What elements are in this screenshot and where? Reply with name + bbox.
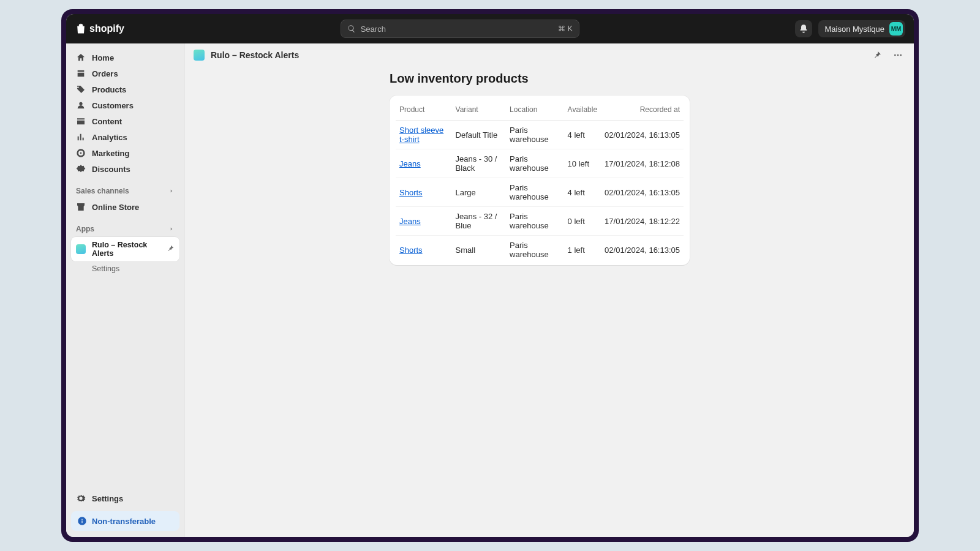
search-shortcut: ⌘ K <box>558 24 572 33</box>
low-inventory-card: Product Variant Location Available Recor… <box>390 96 690 265</box>
sidebar-item-label: Customers <box>92 101 134 110</box>
table-row: ShortsLargeParis warehouse4 left02/01/20… <box>396 178 684 207</box>
sidebar-item-marketing[interactable]: Marketing <box>71 145 179 161</box>
cell-location: Paris warehouse <box>506 121 564 149</box>
cell-recorded: 02/01/2024, 16:13:05 <box>601 178 684 207</box>
sales-channels-header[interactable]: Sales channels <box>71 183 179 199</box>
more-horizontal-icon <box>893 50 903 60</box>
store-menu[interactable]: Maison Mystique MM <box>818 20 905 37</box>
search-icon <box>347 24 356 33</box>
sidebar-item-home[interactable]: Home <box>71 50 179 66</box>
pin-page-button[interactable] <box>870 48 884 62</box>
sidebar-item-label: Orders <box>92 69 118 78</box>
col-product: Product <box>396 99 452 121</box>
breadcrumb: Rulo – Restock Alerts <box>211 50 299 60</box>
more-actions-button[interactable] <box>891 48 905 62</box>
content-icon <box>76 116 86 126</box>
app-label: Rulo – Restock Alerts <box>92 241 160 258</box>
cell-variant: Jeans - 30 / Black <box>452 149 507 178</box>
topbar: shopify Search ⌘ K Maison Mystique MM <box>66 14 914 43</box>
cell-recorded: 17/01/2024, 18:12:22 <box>601 207 684 236</box>
low-inventory-table: Product Variant Location Available Recor… <box>396 99 684 264</box>
sidebar-item-label: Settings <box>92 264 119 273</box>
store-icon <box>76 202 86 212</box>
product-link[interactable]: Short sleeve t-shirt <box>399 126 443 144</box>
product-link[interactable]: Shorts <box>399 188 423 197</box>
bell-icon <box>799 24 809 34</box>
section-label: Sales channels <box>76 187 129 195</box>
cell-recorded: 02/01/2024, 16:13:05 <box>601 121 684 149</box>
sidebar-app-rulo[interactable]: Rulo – Restock Alerts <box>71 237 179 261</box>
sidebar-item-analytics[interactable]: Analytics <box>71 129 179 145</box>
home-icon <box>76 53 86 62</box>
sidebar-app-settings[interactable]: Settings <box>71 261 179 276</box>
table-row: JeansJeans - 32 / BlueParis warehouse0 l… <box>396 207 684 236</box>
sidebar-item-label: Settings <box>92 494 123 503</box>
table-row: ShortsSmallParis warehouse1 left02/01/20… <box>396 236 684 264</box>
sidebar-item-label: Home <box>92 53 114 62</box>
search-placeholder: Search <box>361 24 554 34</box>
cell-available: 4 left <box>564 178 601 207</box>
sidebar-item-label: Content <box>92 117 122 126</box>
apps-header[interactable]: Apps <box>71 221 179 237</box>
gear-icon <box>76 493 86 503</box>
table-row: JeansJeans - 30 / BlackParis warehouse10… <box>396 149 684 178</box>
sidebar-item-label: Products <box>92 85 126 94</box>
col-available: Available <box>564 99 601 121</box>
store-name: Maison Mystique <box>824 24 884 34</box>
app-icon <box>76 244 86 254</box>
analytics-icon <box>76 132 86 142</box>
sidebar-item-settings[interactable]: Settings <box>71 490 179 506</box>
sidebar-item-label: Online Store <box>92 203 139 212</box>
svg-point-2 <box>900 54 902 56</box>
brand-logo[interactable]: shopify <box>75 22 124 36</box>
table-row: Short sleeve t-shirtDefault TitleParis w… <box>396 121 684 149</box>
cell-location: Paris warehouse <box>506 149 564 178</box>
cell-location: Paris warehouse <box>506 207 564 236</box>
chevron-right-icon <box>168 188 175 194</box>
sidebar-item-label: Discounts <box>92 165 130 174</box>
col-variant: Variant <box>452 99 507 121</box>
section-label: Apps <box>76 225 94 233</box>
sidebar-item-label: Analytics <box>92 133 127 142</box>
svg-point-0 <box>894 54 896 56</box>
col-location: Location <box>506 99 564 121</box>
cell-location: Paris warehouse <box>506 178 564 207</box>
sidebar: Home Orders Products Customers Content <box>66 43 185 537</box>
sidebar-item-customers[interactable]: Customers <box>71 97 179 113</box>
sidebar-item-discounts[interactable]: Discounts <box>71 161 179 177</box>
discount-icon <box>76 164 86 174</box>
page-header: Rulo – Restock Alerts <box>185 46 914 64</box>
sidebar-item-content[interactable]: Content <box>71 113 179 129</box>
brand-name: shopify <box>89 23 124 34</box>
non-transferable-label: Non-transferable <box>92 517 156 526</box>
cell-recorded: 02/01/2024, 16:13:05 <box>601 236 684 264</box>
notifications-button[interactable] <box>795 20 812 37</box>
app-icon <box>194 50 205 61</box>
cell-variant: Large <box>452 178 507 207</box>
sidebar-item-products[interactable]: Products <box>71 81 179 97</box>
search-input[interactable]: Search ⌘ K <box>341 20 579 38</box>
pin-icon <box>872 50 882 60</box>
product-link[interactable]: Shorts <box>399 246 423 255</box>
tag-icon <box>76 84 86 94</box>
person-icon <box>76 100 86 110</box>
info-icon <box>77 516 87 526</box>
non-transferable-banner[interactable]: Non-transferable <box>71 511 179 531</box>
sidebar-item-orders[interactable]: Orders <box>71 66 179 81</box>
cell-location: Paris warehouse <box>506 236 564 264</box>
cell-variant: Default Title <box>452 121 507 149</box>
page-title: Low inventory products <box>390 72 690 86</box>
cell-variant: Jeans - 32 / Blue <box>452 207 507 236</box>
pin-button[interactable] <box>166 244 175 255</box>
target-icon <box>76 148 86 158</box>
sidebar-item-online-store[interactable]: Online Store <box>71 199 179 215</box>
cell-available: 4 left <box>564 121 601 149</box>
cell-available: 10 left <box>564 149 601 178</box>
col-recorded: Recorded at <box>601 99 684 121</box>
orders-icon <box>76 69 86 78</box>
sidebar-item-label: Marketing <box>92 149 129 158</box>
cell-available: 1 left <box>564 236 601 264</box>
product-link[interactable]: Jeans <box>399 159 421 168</box>
product-link[interactable]: Jeans <box>399 217 421 226</box>
